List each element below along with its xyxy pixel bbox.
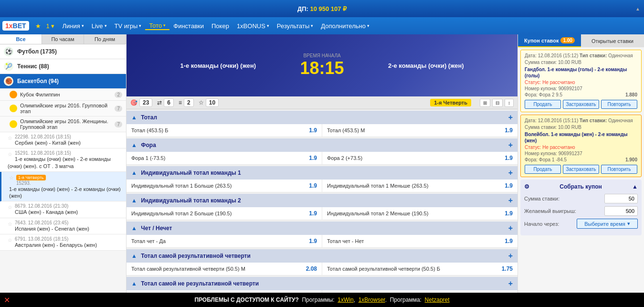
bet-odd-even-no[interactable]: 1.9 [505, 238, 513, 244]
coupon-2-insure[interactable]: Застраховать [563, 165, 599, 174]
section-odd-even-plus[interactable]: + [508, 224, 513, 233]
match-15293[interactable]: ☆ 1-я Четверть 15293. 1-е команды (очки)… [0, 172, 126, 202]
chevron-up-icon: ▲ [632, 183, 638, 190]
coupon-1-repeat[interactable]: Повторить [601, 100, 637, 109]
collect-coupon: ⚙ Собрать купон ▲ Сумма ставки: Желаемый… [520, 180, 642, 235]
coupon-1-actions: Продать Застраховать Повторить [525, 100, 637, 109]
dp-label: ДП: [297, 5, 308, 12]
section-odd-even-header[interactable]: ▲ Чет / Нечет + [127, 222, 517, 235]
view-ctrl-2[interactable]: ⊟ [492, 99, 503, 107]
section-ind-total-1-header[interactable]: ▲ Индивидуальный тотал команды 1 + [127, 166, 517, 180]
nav-item-extra[interactable]: Дополнительно ▾ [317, 22, 373, 30]
section-worst-quarter-header[interactable]: ▲ Тотал самой не результативной четверти… [127, 277, 517, 290]
score-4: 10 [206, 98, 219, 107]
bottom-link-1xwin[interactable]: 1xWin [338, 296, 353, 303]
nav-item-toto[interactable]: Тото ▾ [145, 22, 169, 30]
coupon-1: Дата: 12.08.2016 (15:12) Тип ставки: Оди… [520, 50, 642, 112]
section-ind-total-2-plus[interactable]: + [508, 196, 513, 205]
bet-cell-ind2-b: Индивидуальный тотал 2 Больше (190.5) 1.… [127, 207, 322, 220]
section-ind-total-2-header[interactable]: ▲ Индивидуальный тотал команды 2 + [127, 194, 517, 207]
nav-item-live[interactable]: Live ▾ [88, 22, 111, 30]
collect-sum-input[interactable] [604, 194, 638, 203]
bet-odd-even-yes[interactable]: 1.9 [309, 238, 317, 244]
bottom-link-netzapret[interactable]: Netzapret [425, 296, 450, 303]
bet-odd-ind1-m[interactable]: 1.9 [505, 182, 513, 189]
tab-coupon[interactable]: Купон ставок 1.00 [518, 34, 581, 47]
match-15291[interactable]: ☆ 15291. 12.08.2016 (18:15) 1-е команды … [0, 148, 126, 172]
sport-tennis[interactable]: 🎾 Теннис (88) [0, 59, 126, 74]
bet-odd-ind2-m[interactable]: 1.9 [505, 210, 513, 217]
coupon-2-date: Дата: 12.08.2016 (15:11) Тип ставки: Оди… [525, 118, 637, 123]
league-count-olympics-women: 7 [115, 121, 122, 127]
bet-cell-even-yes: Тотал чет - Да 1.9 [127, 235, 322, 247]
bet-odd-bq-m[interactable]: 2.08 [306, 265, 317, 272]
bet-odd-total-b[interactable]: 1.9 [309, 127, 317, 134]
bet-odd-total-m[interactable]: 1.9 [505, 127, 513, 134]
league-name-philippines: Кубок Филиппин [20, 92, 115, 97]
nav-item-tv[interactable]: TV игры ▾ [111, 22, 146, 30]
coupon-2-repeat[interactable]: Повторить [601, 165, 637, 174]
tab-by-day[interactable]: По дням [84, 34, 126, 44]
tab-open-bets[interactable]: Открытые ставки [581, 34, 644, 47]
sport-football[interactable]: ⚽ Футбол (1735) [0, 44, 126, 59]
logo[interactable]: 1xBET [2, 21, 29, 31]
section-worst-quarter-plus[interactable]: + [508, 279, 513, 288]
swap-icon: ⇄ [157, 99, 162, 106]
section-fora-plus[interactable]: + [508, 141, 513, 149]
section-total-header[interactable]: ▲ Тотал + [127, 111, 517, 124]
bet-name-fora1: Фора 1 (-73.5) [131, 155, 165, 161]
bottom-link-1xbrowser[interactable]: 1xBrowser [359, 296, 385, 303]
bet-name-bq-m: Тотал самой результативной четверти (50.… [131, 266, 245, 272]
coupon-2-fora: Фора: Фора 1 -84.5 1.900 [525, 157, 637, 162]
match-15293-id: 15293. [9, 180, 122, 186]
nav-star-count[interactable]: 1 ▾ [42, 22, 59, 30]
coupon-1-insure[interactable]: Застраховать [563, 100, 599, 109]
nav-item-liniya[interactable]: Линия ▾ [58, 22, 87, 30]
coupon-2-sum: Сумма ставки: 10.00 RUB [525, 125, 637, 130]
bet-odd-ind2-b[interactable]: 1.9 [309, 210, 317, 217]
bet-odd-fora1[interactable]: 1.9 [309, 155, 317, 161]
bet-name-even-yes: Тотал чет - Да [131, 238, 166, 244]
match-8679[interactable]: ☆ 8679. 12.08.2016 (21:30) США (жен) - К… [0, 201, 126, 218]
close-icon[interactable]: ✕ [4, 296, 10, 305]
section-best-quarter-row: Тотал самой результативной четверти (50.… [127, 263, 517, 275]
coupon-2-sell[interactable]: Продать [525, 165, 561, 174]
section-fora-header[interactable]: ▲ Фора + [127, 138, 517, 152]
tab-coupon-label: Купон ставок [524, 38, 559, 43]
view-ctrl-1[interactable]: ⊞ [480, 99, 490, 107]
match-7643[interactable]: ☆ 7643. 12.08.2016 (23:45) Испания (жен)… [0, 218, 126, 234]
collect-win-input[interactable] [604, 206, 638, 216]
bet-odd-fora2[interactable]: 1.9 [505, 155, 513, 161]
tab-by-hour[interactable]: По часам [42, 34, 84, 44]
section-ind-total-2-row: Индивидуальный тотал 2 Больше (190.5) 1.… [127, 207, 517, 220]
tennis-name: Теннис (88) [17, 63, 122, 70]
section-best-quarter-header[interactable]: ▲ Тотал самой результативной четверти + [127, 249, 517, 263]
collect-title-text: Собрать купон [560, 183, 602, 190]
nav-item-poker[interactable]: Покер [208, 22, 233, 30]
tab-coupon-badge: 1.00 [560, 37, 574, 43]
bet-odd-ind1-b[interactable]: 1.9 [309, 182, 317, 189]
bottom-bar-text: ПРОБЛЕМЫ С ДОСТУПОМ К САЙТУ? Программы: … [194, 296, 449, 303]
match-6791[interactable]: ☆ 6791. 13.08.2016 (18:15) Австралия (же… [0, 234, 126, 251]
league-philippines[interactable]: Кубок Филиппин 2 [0, 89, 126, 101]
league-olympics-women[interactable]: Олимпийские игры 2016. Женщины. Группово… [0, 116, 126, 132]
view-ctrl-3[interactable]: ↕ [505, 99, 514, 107]
sport-basketball[interactable]: 🏀 Баскетбол (94) [0, 74, 126, 89]
section-ind-total-1-plus[interactable]: + [508, 169, 513, 177]
bet-cell-total-m: Тотал (453.5) М 1.9 [322, 124, 517, 137]
nav-item-bonus[interactable]: 1xBONUS ▾ [233, 22, 273, 30]
league-olympics-group[interactable]: Олимпийские игры 2016. Групповой этап 7 [0, 101, 126, 116]
section-best-quarter-plus[interactable]: + [508, 252, 513, 260]
tennis-icon: 🎾 [4, 62, 13, 71]
bet-odd-bq-b[interactable]: 1.75 [502, 265, 513, 272]
collect-time-btn[interactable]: Выберите время ▾ [577, 219, 638, 229]
tab-all[interactable]: Все [0, 34, 42, 44]
match-22298[interactable]: ☆ 22298. 12.08.2016 (18:15) Сербия (жен)… [0, 132, 126, 148]
coupon-1-sell[interactable]: Продать [525, 100, 561, 109]
match-6791-time: 6791. 13.08.2016 (18:15) [8, 236, 122, 242]
section-total-plus[interactable]: + [508, 113, 513, 122]
coupon-1-sum: Сумма ставки: 10.00 RUB [525, 60, 637, 65]
nav-item-results[interactable]: Результаты ▾ [273, 22, 317, 30]
score-group2: ⇄ 6 [157, 98, 174, 107]
nav-item-finstavki[interactable]: Финставки [169, 22, 208, 30]
